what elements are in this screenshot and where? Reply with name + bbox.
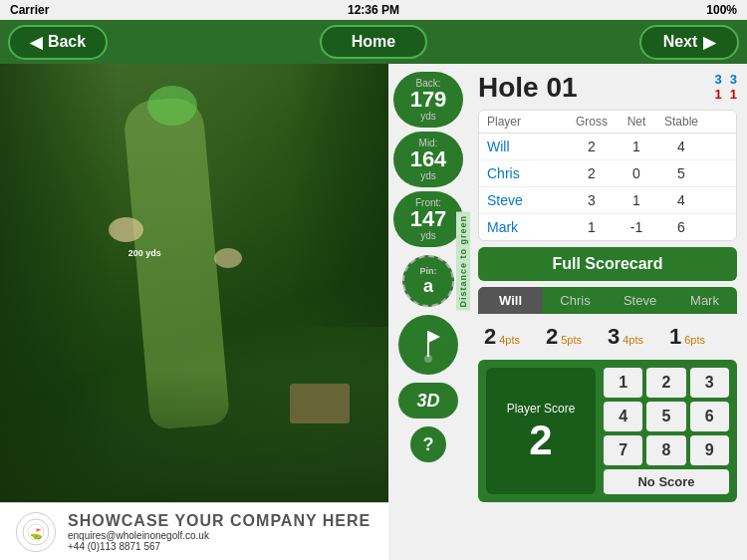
carrier-label: Carrier [10, 3, 49, 17]
score-net: -1 [617, 219, 656, 235]
hole-header: Hole 01 3 3 1 1 [478, 72, 737, 104]
score-net: 0 [617, 165, 656, 181]
distance-to-green-label: Distance to green [456, 212, 470, 311]
company-phone: +44 (0)113 8871 567 [68, 541, 371, 552]
ps-pts: 6pts [684, 334, 705, 346]
numpad-button-7[interactable]: 7 [604, 435, 642, 465]
numpad-button-6[interactable]: 6 [690, 402, 729, 431]
flag-button[interactable] [398, 315, 458, 375]
next-button[interactable]: Next ▶ [639, 25, 739, 60]
score-stable: 5 [656, 165, 706, 181]
pin-value: a [423, 276, 433, 297]
si-2: 1 [730, 87, 737, 102]
map-trees-left [0, 64, 117, 502]
battery-label: 100% [706, 3, 737, 17]
player-tab-will[interactable]: Will [478, 287, 543, 314]
back-label: Back [48, 33, 86, 51]
par-blue: 3 [715, 72, 722, 87]
score-gross: 2 [567, 165, 617, 181]
golf-ball-icon: ⛳ [21, 517, 51, 547]
score-entry: Player Score 2 123456789No Score [478, 360, 737, 502]
back-arrow-icon: ◀ [30, 33, 42, 52]
col-player: Player [487, 115, 567, 129]
time-label: 12:36 PM [348, 3, 399, 17]
back-button[interactable]: ◀ Back [8, 25, 108, 60]
pin-label: Pin: [420, 266, 437, 276]
right-panel: Hole 01 3 3 1 1 Player Gross Net Stable [468, 64, 747, 560]
ps-pts: 4pts [499, 334, 520, 346]
par-row: 3 3 [715, 72, 737, 87]
table-row: Will 2 1 4 [479, 134, 736, 160]
player-tab-chris[interactable]: Chris [543, 287, 608, 314]
col-stable: Stable [656, 115, 706, 129]
threed-button[interactable]: 3D [398, 383, 458, 419]
player-scores-row: 2 4pts 2 5pts 3 4pts 1 6pts [478, 320, 737, 354]
player-name: Mark [487, 219, 567, 235]
flag-icon [412, 327, 444, 363]
player-score-label: Player Score [507, 402, 576, 416]
mid-distance-badge: Mid: 164 yds [393, 132, 463, 187]
next-label: Next [663, 33, 698, 51]
score-gross: 1 [567, 219, 617, 235]
si-row: 1 1 [715, 87, 737, 102]
map-trees-right [292, 64, 389, 327]
nav-bar: ◀ Back Home Next ▶ [0, 20, 747, 64]
map-image: 200 yds [0, 64, 388, 502]
si-1: 1 [715, 87, 722, 102]
home-button[interactable]: Home [320, 25, 427, 59]
front-distance-badge: Front: 147 yds [393, 191, 463, 247]
threed-label: 3D [416, 391, 439, 412]
svg-text:⛳: ⛳ [30, 527, 43, 540]
help-button[interactable]: ? [410, 426, 446, 462]
back-distance-badge: Back: 179 yds [393, 72, 463, 128]
par-info: 3 3 1 1 [715, 72, 737, 102]
numpad-button-5[interactable]: 5 [646, 402, 685, 431]
player-score-value: 2 [529, 420, 552, 461]
status-bar: Carrier 12:36 PM 100% [0, 0, 747, 20]
player-tab-mark[interactable]: Mark [672, 287, 737, 314]
player-score-item: 1 6pts [669, 324, 731, 350]
score-stable: 4 [656, 192, 706, 208]
player-tab-steve[interactable]: Steve [608, 287, 672, 314]
full-scorecard-button[interactable]: Full Scorecard [478, 247, 737, 281]
ps-score: 2 [484, 324, 496, 350]
help-icon: ? [423, 434, 434, 455]
svg-marker-5 [428, 331, 440, 343]
map-distance-text: 200 yds [128, 248, 161, 258]
player-name: Steve [487, 192, 567, 208]
home-label: Home [352, 33, 395, 50]
score-gross: 3 [567, 192, 617, 208]
footer-logo: ⛳ [16, 512, 56, 552]
ps-score: 2 [546, 324, 558, 350]
numpad-button-9[interactable]: 9 [690, 435, 729, 465]
mid-unit: yds [403, 170, 453, 181]
numpad-button-2[interactable]: 2 [646, 368, 685, 398]
footer: ⛳ Showcase Your Company Here enquires@wh… [0, 502, 388, 560]
footer-text-block: Showcase Your Company Here enquires@whol… [68, 512, 371, 552]
ps-score: 3 [608, 324, 620, 350]
table-row: Chris 2 0 5 [479, 160, 736, 187]
score-rows: Will 2 1 4 Chris 2 0 5 Steve 3 1 4 Mark … [479, 134, 736, 240]
front-value: 147 [403, 208, 453, 230]
numpad-button-4[interactable]: 4 [604, 402, 642, 431]
numpad-button-3[interactable]: 3 [690, 368, 729, 398]
score-table: Player Gross Net Stable Will 2 1 4 Chris… [478, 110, 737, 241]
score-net: 1 [617, 192, 656, 208]
numpad-button-1[interactable]: 1 [604, 368, 642, 398]
score-table-header: Player Gross Net Stable [479, 111, 736, 134]
no-score-button[interactable]: No Score [604, 469, 729, 494]
company-name: Showcase Your Company Here [68, 512, 371, 530]
col-net: Net [617, 115, 656, 129]
table-row: Steve 3 1 4 [479, 187, 736, 214]
back-unit: yds [403, 111, 453, 122]
player-name: Will [487, 139, 567, 154]
score-net: 1 [617, 139, 656, 154]
player-score-display: Player Score 2 [486, 368, 596, 494]
ps-pts: 5pts [561, 334, 582, 346]
player-score-item: 2 4pts [484, 324, 546, 350]
numpad: 123456789No Score [604, 368, 729, 494]
score-stable: 4 [656, 139, 706, 154]
numpad-button-8[interactable]: 8 [646, 435, 685, 465]
score-stable: 6 [656, 219, 706, 235]
ps-pts: 4pts [622, 334, 643, 346]
